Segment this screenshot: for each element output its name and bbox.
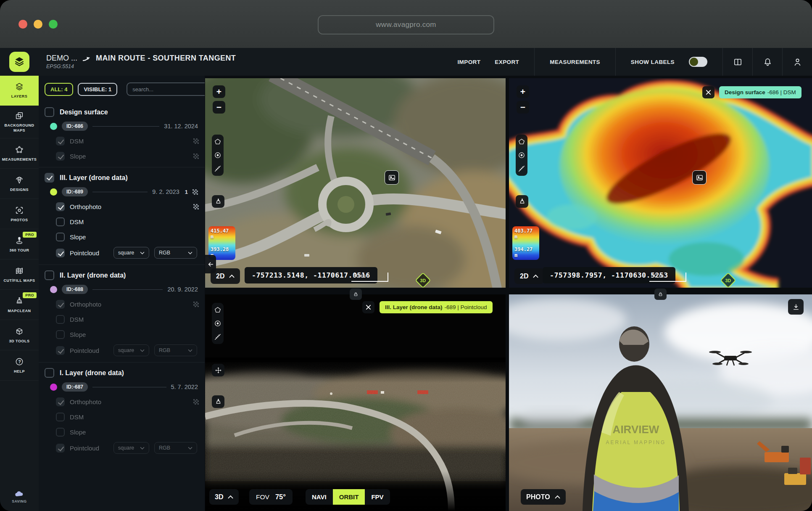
- point-tool-icon[interactable]: [517, 151, 526, 159]
- sidebar-item-help[interactable]: ? HELP: [0, 350, 39, 381]
- dsm-checkbox[interactable]: [56, 315, 65, 324]
- opacity-dither-icon[interactable]: [193, 302, 199, 307]
- layer-checkbox[interactable]: [45, 107, 54, 117]
- address-bar[interactable]: www.avagpro.com: [318, 15, 494, 34]
- measure-tool-icon[interactable]: [517, 164, 526, 173]
- orthophoto-checkbox[interactable]: [56, 202, 65, 211]
- point-tool-icon[interactable]: [214, 319, 222, 328]
- polygon-tool-icon[interactable]: [517, 138, 526, 146]
- nav-mode-orbit[interactable]: ORBIT: [333, 489, 365, 505]
- account-button[interactable]: [783, 57, 812, 67]
- slope-checkbox[interactable]: [56, 428, 65, 437]
- sidebar-item-photos[interactable]: PHOTOS: [0, 199, 39, 229]
- sidebar-item-360-tour[interactable]: PRO 360 TOUR: [0, 229, 39, 259]
- sidebar-item-layers[interactable]: LAYERS: [0, 76, 39, 106]
- opacity-dither-icon[interactable]: [193, 138, 199, 144]
- view-mode-button[interactable]: 2D: [514, 268, 544, 284]
- zoom-out-button[interactable]: −: [213, 101, 225, 114]
- filter-all-chip[interactable]: ALL: 4: [45, 83, 73, 96]
- chevron-up-icon: [555, 495, 560, 499]
- pointcloud-checkbox[interactable]: [56, 444, 65, 453]
- download-photo-button[interactable]: [788, 299, 804, 315]
- view-mode-button[interactable]: 3D: [209, 489, 239, 505]
- pointcloud-viewport[interactable]: III. Layer (drone data) -689 | Pointclou…: [205, 294, 506, 511]
- point-color-dropdown[interactable]: RGB: [154, 247, 197, 259]
- point-color-dropdown[interactable]: RGB: [154, 442, 197, 454]
- pointcloud-checkbox[interactable]: [56, 249, 65, 257]
- photo-viewport[interactable]: AIRVIEW AERIAL MAPPING PHOTO: [509, 294, 812, 511]
- sidebar-item-3d-tools[interactable]: 3D 3D TOOLS: [0, 320, 39, 350]
- view-mode-button[interactable]: PHOTO: [521, 489, 566, 505]
- saving-indicator: SAVING: [0, 485, 39, 511]
- zoom-in-button[interactable]: +: [517, 85, 529, 98]
- dsm-checkbox[interactable]: [56, 217, 65, 226]
- zoom-out-button[interactable]: −: [517, 101, 529, 114]
- mapclean-tool-button[interactable]: [212, 195, 224, 208]
- chevron-down-icon: [140, 349, 145, 352]
- opacity-dither-icon[interactable]: [193, 399, 199, 405]
- point-shape-dropdown[interactable]: square: [113, 344, 149, 356]
- orthophoto-checkbox[interactable]: [56, 397, 65, 406]
- mapclean-tool-button[interactable]: [212, 395, 224, 408]
- measure-tool-icon[interactable]: [214, 164, 222, 173]
- minimize-window-button[interactable]: [34, 20, 42, 29]
- zoom-in-button[interactable]: +: [213, 85, 225, 98]
- project-name[interactable]: DEMO ...: [46, 54, 77, 63]
- collapse-panel-button[interactable]: [205, 255, 216, 273]
- app-logo[interactable]: [9, 52, 29, 72]
- sidebar-item-designs[interactable]: DESIGNS: [0, 169, 39, 199]
- layer-search[interactable]: [127, 82, 205, 96]
- sidebar-item-cutfill-maps[interactable]: CUT/FILL MAPS: [0, 259, 39, 290]
- mapclean-tool-button[interactable]: [516, 195, 528, 208]
- slope-checkbox[interactable]: [56, 330, 65, 339]
- opacity-dither-icon[interactable]: [193, 154, 199, 159]
- slope-checkbox[interactable]: [56, 233, 65, 241]
- photo-marker-button[interactable]: [692, 170, 707, 185]
- export-button[interactable]: EXPORT: [495, 59, 519, 65]
- import-button[interactable]: IMPORT: [457, 59, 480, 65]
- nav-mode-fpv[interactable]: FPV: [365, 489, 390, 505]
- opacity-dither-icon[interactable]: [192, 189, 198, 195]
- close-window-button[interactable]: [18, 20, 27, 29]
- filter-visible-chip[interactable]: VISIBLE: 1: [78, 83, 117, 96]
- sidebar-item-mapclean[interactable]: PRO MAPCLEAN: [0, 290, 39, 320]
- point-shape-dropdown[interactable]: square: [113, 247, 149, 259]
- sidebar-item-measurements[interactable]: MEASUREMENTS: [0, 138, 39, 169]
- slope-checkbox[interactable]: [56, 152, 65, 161]
- close-view-button[interactable]: [362, 301, 374, 313]
- sync-lock-button[interactable]: [350, 289, 362, 300]
- pointcloud-checkbox[interactable]: [56, 346, 65, 355]
- dsm-checkbox[interactable]: [56, 413, 65, 421]
- chevron-up-icon: [229, 274, 235, 278]
- map-scale-bar: 50 m: [351, 273, 388, 282]
- arrow-left-icon: [207, 261, 214, 268]
- polygon-tool-icon[interactable]: [214, 306, 222, 314]
- point-tool-icon[interactable]: [214, 151, 222, 159]
- polygon-tool-icon[interactable]: [214, 138, 222, 146]
- search-input[interactable]: [132, 86, 205, 93]
- opacity-dither-icon[interactable]: [193, 204, 199, 209]
- measurements-button[interactable]: MEASUREMENTS: [550, 59, 600, 65]
- lock-icon: [658, 291, 663, 297]
- fov-control[interactable]: FOV 75°: [249, 489, 293, 505]
- dsm-checkbox[interactable]: [56, 137, 65, 146]
- maximize-window-button[interactable]: [49, 20, 58, 29]
- notifications-button[interactable]: [753, 57, 782, 67]
- show-labels-toggle[interactable]: [689, 57, 707, 67]
- nav-mode-navi[interactable]: NAVI: [306, 489, 333, 505]
- layer-checkbox[interactable]: [45, 173, 54, 183]
- layer-checkbox[interactable]: [45, 270, 54, 280]
- orthophoto-checkbox[interactable]: [56, 300, 65, 309]
- orthophoto-viewport[interactable]: + − 415.47 m 393.28 m 2D -757213.5148, -…: [205, 78, 506, 288]
- split-view-button[interactable]: [723, 57, 752, 67]
- point-color-dropdown[interactable]: RGB: [154, 344, 197, 356]
- pan-tool-button[interactable]: [212, 364, 224, 376]
- dsm-viewport[interactable]: + − Design surface -686 | DSM 403.77 m 3…: [509, 78, 812, 288]
- point-shape-dropdown[interactable]: square: [113, 442, 149, 454]
- sync-lock-button[interactable]: [654, 289, 667, 300]
- measure-tool-icon[interactable]: [214, 333, 222, 341]
- photo-marker-button[interactable]: [385, 170, 399, 185]
- layer-checkbox[interactable]: [45, 368, 54, 378]
- close-view-button[interactable]: [702, 86, 714, 98]
- sidebar-item-background-maps[interactable]: BACKGROUND MAPS: [0, 106, 39, 138]
